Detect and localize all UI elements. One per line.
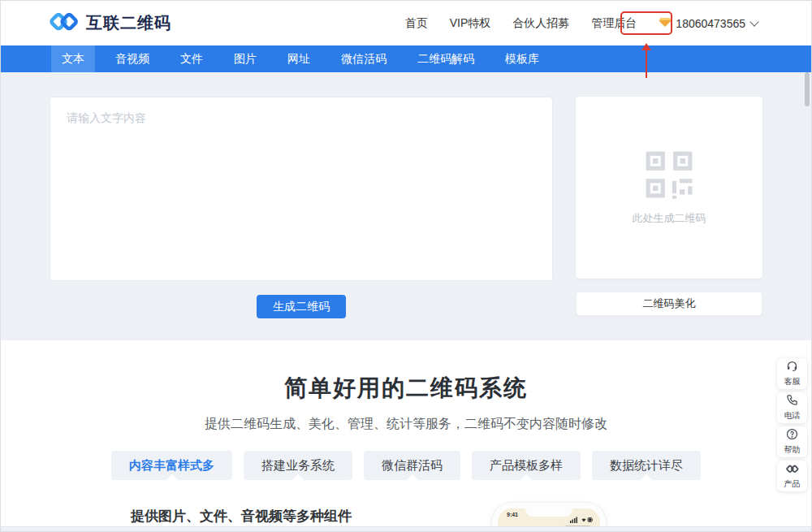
feature-tab-rich-content[interactable]: 内容丰富样式多: [111, 451, 232, 480]
qr-hint-text: 此处生成二维码: [633, 211, 706, 226]
brand-name: 互联二维码: [86, 12, 171, 34]
beautify-qr-button[interactable]: 二维码美化: [576, 292, 762, 316]
vip-badge-icon: [659, 16, 672, 31]
header-nav: 首页 VIP特权 合伙人招募 管理后台 18060473565: [405, 1, 758, 45]
intro-section: 简单好用的二维码系统 提供二维码生成、美化、管理、统计等服务，二维码不变内容随时…: [1, 340, 811, 532]
phone-status-icons: [570, 512, 593, 526]
page-subtitle: 提供二维码生成、美化、管理、统计等服务，二维码不变内容随时修改: [1, 416, 811, 433]
tab-image[interactable]: 图片: [223, 45, 267, 72]
header: 互联二维码 首页 VIP特权 合伙人招募 管理后台 18060473565: [1, 1, 811, 45]
tab-audio-video[interactable]: 音视频: [105, 45, 160, 72]
help-icon: [786, 428, 798, 443]
tab-qr-decode[interactable]: 二维码解码: [407, 45, 485, 72]
feature-tab-statistics[interactable]: 数据统计详尽: [592, 451, 701, 480]
tab-url[interactable]: 网址: [277, 45, 321, 72]
feature-tab-wechat-group[interactable]: 微信群活码: [364, 451, 460, 480]
toolbar-item-customer-service[interactable]: 客服: [777, 358, 807, 389]
nav-item-partner[interactable]: 合伙人招募: [512, 16, 569, 31]
brand-logo-icon: [50, 10, 79, 37]
tab-wechat-live-code[interactable]: 微信活码: [330, 45, 397, 72]
phone-status-time: 9:41: [507, 512, 518, 517]
floating-toolbar: 客服 电话 帮助: [777, 358, 807, 491]
tab-text[interactable]: 文本: [51, 45, 95, 72]
chevron-down-icon: [749, 17, 758, 26]
phone-notch: [525, 508, 572, 517]
headset-icon: [786, 360, 798, 375]
page-title: 简单好用的二维码系统: [1, 340, 811, 404]
phone-number: 18060473565: [676, 17, 745, 30]
toolbar-label: 帮助: [784, 444, 801, 456]
toolbar-item-phone[interactable]: 电话: [777, 392, 807, 423]
toolbar-label: 产品: [784, 478, 801, 490]
nav-item-vip[interactable]: VIP特权: [450, 16, 491, 31]
account-menu[interactable]: 18060473565: [659, 16, 758, 31]
feature-tab-business-system[interactable]: 搭建业务系统: [244, 451, 352, 480]
toolbar-label: 电话: [784, 410, 801, 422]
brand-logo[interactable]: 互联二维码: [50, 10, 171, 37]
toolbar-item-product[interactable]: 产品: [777, 461, 807, 491]
scrollbar-thumb[interactable]: [805, 72, 810, 106]
tab-file[interactable]: 文件: [170, 45, 214, 72]
category-navbar: 文本 音视频 文件 图片 网址 微信活码 二维码解码 模板库: [1, 45, 811, 72]
toolbar-item-help[interactable]: 帮助: [777, 426, 807, 457]
qr-placeholder-icon: [644, 149, 694, 203]
phone-icon: [786, 394, 798, 409]
page: 互联二维码 首页 VIP特权 合伙人招募 管理后台 18060473565 文本…: [0, 0, 812, 532]
generate-qr-button[interactable]: 生成二维码: [257, 295, 346, 318]
nav-item-admin[interactable]: 管理后台: [591, 16, 637, 31]
product-icon: [786, 463, 799, 478]
tab-template-library[interactable]: 模板库: [495, 45, 550, 72]
feature-tabs: 内容丰富样式多 搭建业务系统 微信群活码 产品模板多样 数据统计详尽: [1, 451, 811, 480]
bottom-section-edge: [1, 526, 811, 531]
qr-preview-card: 此处生成二维码: [576, 97, 762, 279]
text-content-input[interactable]: [50, 97, 553, 281]
nav-item-home[interactable]: 首页: [405, 16, 428, 31]
toolbar-label: 客服: [784, 376, 801, 387]
feature-heading: 提供图片、文件、音视频等多种组件: [131, 507, 352, 526]
generator-section: 生成二维码 此处生成二维码 二维码美化: [1, 72, 811, 340]
feature-tab-templates[interactable]: 产品模板多样: [472, 451, 581, 480]
